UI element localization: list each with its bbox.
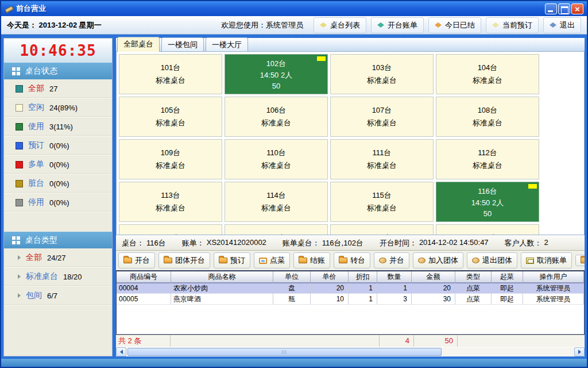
type-filter-item[interactable]: 包间 6/7 <box>4 286 112 305</box>
cell-operator: 系统管理员 <box>523 294 584 305</box>
table-card[interactable]: 112台 标准桌台 <box>436 139 539 179</box>
table-card[interactable]: 102台 14:50 2人 50 <box>225 54 328 94</box>
scrollbar-thumb[interactable] <box>127 348 442 356</box>
status-color-swatch <box>16 85 23 93</box>
topbar-button[interactable]: 退出 <box>543 17 581 33</box>
status-filter-item[interactable]: 脏台 0(0%) <box>4 174 112 193</box>
cell-price: 20 <box>311 283 349 294</box>
type-filter-item[interactable]: 标准桌台 18/20 <box>4 267 112 286</box>
sidebar-filler <box>4 305 112 356</box>
toolbar-button-label: 取消账单 <box>537 255 567 266</box>
info-field-value: XS201412020002 <box>207 238 266 248</box>
floor-tab-label: 全部桌台 <box>123 40 153 48</box>
type-label: 标准桌台 <box>26 271 58 282</box>
status-color-swatch <box>16 123 23 131</box>
floor-tab[interactable]: 一楼包间 <box>161 37 204 51</box>
minimize-button[interactable] <box>545 3 557 14</box>
toolbar-button[interactable]: 加入团体 <box>413 252 463 269</box>
table-card[interactable]: 107台 标准桌台 <box>330 97 434 137</box>
topbar-button-label: 开台账单 <box>388 20 417 30</box>
table-card[interactable]: 115台 标准桌台 <box>330 182 434 222</box>
floor-tab[interactable]: 全部桌台 <box>117 37 160 52</box>
table-card[interactable]: 120台 标准桌台 <box>436 224 539 235</box>
table-card[interactable]: 111台 标准桌台 <box>330 139 434 179</box>
clock: 10:46:35 <box>4 39 112 63</box>
table-card[interactable]: 119台 标准桌台 <box>330 224 434 235</box>
table-card-name: 104台 <box>436 63 539 73</box>
cell-product-code: 00004 <box>117 283 171 294</box>
horizontal-scrollbar[interactable] <box>116 347 585 356</box>
toolbar-button[interactable]: 取消账单 <box>521 252 572 269</box>
close-button[interactable] <box>571 3 583 14</box>
table-card-line2: 标准桌台 <box>363 118 401 128</box>
scroll-left-arrow[interactable] <box>116 347 126 356</box>
table-card[interactable]: 103台 标准桌台 <box>330 54 434 94</box>
table-card[interactable]: 106台 标准桌台 <box>225 97 328 137</box>
table-card[interactable]: 117台 标准桌台 <box>119 224 222 235</box>
toolbar-button-label: 点菜 <box>270 255 285 266</box>
order-row[interactable]: 00005 燕京啤酒 瓶 10 1 3 30 点菜 即起 系统管理员 <box>117 294 584 305</box>
topbar-button[interactable]: 今日已结 <box>428 17 481 33</box>
topbar-button[interactable]: 桌台列表 <box>314 17 366 33</box>
table-card-line2: 标准桌台 <box>258 203 295 213</box>
status-filter-item[interactable]: 全部 27 <box>4 79 112 98</box>
cell-unit: 瓶 <box>273 294 311 305</box>
toolbar-button[interactable]: 并台 <box>374 252 409 269</box>
column-header: 商品名称 <box>171 271 273 282</box>
table-card-line2: 标准桌台 <box>152 160 189 171</box>
toolbar-button[interactable]: 预订 <box>214 252 250 269</box>
table-card[interactable]: 104台 标准桌台 <box>436 54 539 94</box>
toolbar-button[interactable] <box>575 255 585 266</box>
info-field-label: 桌台： <box>122 238 144 248</box>
toolbar-button-icon <box>526 258 534 264</box>
toolbar-button[interactable]: 结账 <box>293 252 330 269</box>
table-card[interactable]: 101台 标准桌台 <box>119 54 222 94</box>
status-label: 多单 <box>28 159 44 170</box>
table-card[interactable]: 110台 标准桌台 <box>225 139 328 179</box>
summary-spacer <box>171 335 380 347</box>
sidebar-gap <box>4 212 112 232</box>
action-toolbar: 开台 团体开台 预订 点菜 <box>116 251 585 270</box>
table-card[interactable]: 108台 标准桌台 <box>436 97 539 137</box>
type-label: 全部 <box>26 252 42 263</box>
table-card-amount: 50 <box>257 82 295 90</box>
status-filter-item[interactable]: 预订 0(0%) <box>4 136 112 155</box>
topbar-button[interactable]: 当前预订 <box>486 17 539 33</box>
toolbar-button[interactable]: 团体开台 <box>158 252 210 269</box>
order-row[interactable]: 00004 农家小炒肉 盘 20 1 1 20 点菜 即起 系统管理员 <box>117 283 584 294</box>
status-filter-item[interactable]: 停用 0(0%) <box>4 193 112 212</box>
toolbar-button[interactable]: 转台 <box>334 252 370 269</box>
table-card-line2: 标准桌台 <box>363 160 401 171</box>
table-card[interactable]: 109台 标准桌台 <box>119 139 222 179</box>
window-title: 前台营业 <box>16 3 46 14</box>
table-card[interactable]: 114台 标准桌台 <box>225 182 328 222</box>
toolbar-button[interactable]: 点菜 <box>254 252 290 269</box>
toolbar-button-icon <box>299 258 307 263</box>
maximize-button[interactable] <box>558 3 570 14</box>
table-card-name: 115台 <box>331 190 433 201</box>
status-section-header: 桌台状态 <box>4 63 112 79</box>
table-card-line2: 标准桌台 <box>152 118 189 128</box>
floor-tab[interactable]: 一楼大厅 <box>206 37 248 51</box>
table-card[interactable]: 113台 标准桌台 <box>119 182 222 222</box>
table-card[interactable]: 105台 标准桌台 <box>119 97 222 137</box>
status-label: 使用 <box>28 121 44 132</box>
topbar-button[interactable]: 开台账单 <box>371 17 424 33</box>
toolbar-button-label: 退出团体 <box>482 255 512 266</box>
status-filter-item[interactable]: 使用 3(11%) <box>4 117 112 136</box>
table-card[interactable]: 116台 14:50 2人 50 <box>436 182 539 222</box>
status-label: 全部 <box>28 83 44 94</box>
table-card[interactable]: 118台 标准桌台 <box>225 224 328 235</box>
diamond-icon <box>492 22 499 28</box>
status-filter-item[interactable]: 多单 0(0%) <box>4 155 112 174</box>
status-filter-item[interactable]: 空闲 24(89%) <box>4 98 112 117</box>
scroll-right-arrow[interactable] <box>574 347 585 356</box>
status-label: 脏台 <box>28 178 44 189</box>
diamond-icon <box>320 22 327 28</box>
toolbar-button[interactable]: 开台 <box>118 252 155 269</box>
welcome-text: 欢迎您使用：系统管理员 <box>221 20 303 30</box>
floor-tabs: 全部桌台 一楼包间 一楼大厅 <box>116 38 585 51</box>
diamond-icon <box>435 22 442 28</box>
toolbar-button[interactable]: 退出团体 <box>467 252 517 269</box>
type-filter-item[interactable]: 全部 24/27 <box>4 248 112 267</box>
